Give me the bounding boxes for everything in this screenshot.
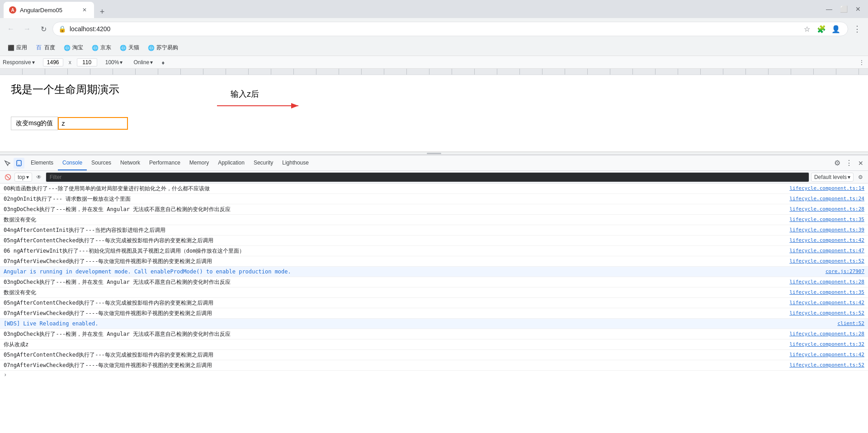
bookmark-baidu-label: 百度 bbox=[44, 44, 55, 52]
taobao-icon: 🌐 bbox=[63, 44, 71, 52]
tab-elements[interactable]: Elements bbox=[26, 155, 58, 170]
active-tab[interactable]: AngularDemo05 ✕ bbox=[4, 2, 94, 18]
reload-button[interactable]: ↻ bbox=[36, 22, 51, 36]
devtools-left-icons bbox=[2, 158, 24, 169]
tab-close-button[interactable]: ✕ bbox=[80, 6, 89, 14]
console-source[interactable]: lifecycle.component.ts:52 bbox=[780, 257, 864, 266]
tab-application[interactable]: Application bbox=[213, 155, 249, 170]
back-button[interactable]: ← bbox=[4, 22, 18, 36]
console-line-info: [WDS] Live Reloading enabled. client:52 bbox=[0, 319, 868, 329]
console-text: 00构造函数执行了---除了使用简单的值对局部变量进行初始化之外，什么都不应该做 bbox=[4, 184, 780, 193]
bookmark-tianmao-label: 天猫 bbox=[128, 44, 139, 52]
console-source[interactable]: lifecycle.component.ts:28 bbox=[780, 205, 864, 214]
console-eye-btn[interactable]: 👁 bbox=[34, 172, 44, 182]
console-source[interactable]: lifecycle.component.ts:42 bbox=[780, 298, 864, 307]
console-line: 07ngAfterViewChecked执行了----每次做完组件视图和子视图的… bbox=[0, 256, 868, 267]
msg-label: 改变msg的值 bbox=[11, 117, 58, 130]
network-label: Online bbox=[133, 59, 149, 66]
devtools-cursor-btn[interactable] bbox=[2, 158, 13, 169]
tab-network[interactable]: Network bbox=[116, 155, 145, 170]
url-bar[interactable]: 🔒 localhost:4200 ☆ 🧩 👤 bbox=[52, 22, 848, 36]
tab-console[interactable]: Console bbox=[58, 155, 87, 170]
bookmark-baidu[interactable]: 百 百度 bbox=[32, 42, 59, 53]
forward-button[interactable]: → bbox=[20, 22, 34, 36]
devtools-settings-btn[interactable]: ⚙ bbox=[832, 158, 843, 169]
console-stop-btn[interactable]: 🚫 bbox=[3, 172, 13, 182]
console-text: 04ngAfterContentInit执行了---当把内容投影进组件之后调用 bbox=[4, 226, 780, 235]
console-source[interactable]: core.js:27907 bbox=[816, 267, 864, 276]
zoom-select[interactable]: 100% ▾ bbox=[103, 58, 126, 66]
devtools-mobile-btn[interactable] bbox=[14, 158, 24, 169]
bookmarks-bar: ⬛ 应用 百 百度 🌐 淘宝 🌐 京东 🌐 天猫 🌐 苏宁易购 bbox=[0, 40, 868, 56]
console-source[interactable]: lifecycle.component.ts:28 bbox=[780, 278, 864, 287]
console-settings-btn[interactable]: ⚙ bbox=[855, 172, 865, 182]
console-source[interactable]: lifecycle.component.ts:42 bbox=[780, 350, 864, 359]
viewport-width-input[interactable] bbox=[43, 58, 63, 66]
new-tab-button[interactable]: + bbox=[96, 5, 108, 18]
responsive-mode-select[interactable]: Responsive ▾ bbox=[0, 58, 38, 66]
baidu-icon: 百 bbox=[35, 44, 42, 52]
tab-memory[interactable]: Memory bbox=[185, 155, 213, 170]
extension-button[interactable]: 🧩 bbox=[815, 23, 828, 35]
bookmark-suning-label: 苏宁易购 bbox=[156, 44, 178, 52]
bookmark-apps[interactable]: ⬛ 应用 bbox=[4, 42, 31, 53]
console-source[interactable]: lifecycle.component.ts:52 bbox=[780, 309, 864, 318]
context-dropdown-arrow: ▾ bbox=[26, 174, 29, 180]
console-filter-input[interactable] bbox=[46, 172, 809, 182]
console-output[interactable]: 00构造函数执行了---除了使用简单的值对局部变量进行初始化之外，什么都不应该做… bbox=[0, 184, 868, 433]
console-line: 00构造函数执行了---除了使用简单的值对局部变量进行初始化之外，什么都不应该做… bbox=[0, 184, 868, 194]
console-text: 03ngDoCheck执行了---检测，并在发生 Angular 无法或不愿意自… bbox=[4, 205, 780, 214]
network-select[interactable]: Online ▾ bbox=[131, 58, 156, 66]
apps-icon: ⬛ bbox=[7, 44, 14, 52]
bookmark-taobao[interactable]: 🌐 淘宝 bbox=[60, 42, 87, 53]
bookmark-suning[interactable]: 🌐 苏宁易购 bbox=[144, 42, 182, 53]
msg-input[interactable] bbox=[58, 117, 128, 130]
console-text: Angular is running in development mode. … bbox=[4, 267, 816, 276]
bookmark-jd[interactable]: 🌐 京东 bbox=[88, 42, 115, 53]
bookmark-tianmao[interactable]: 🌐 天猫 bbox=[116, 42, 143, 53]
console-source[interactable]: lifecycle.component.ts:32 bbox=[780, 340, 864, 349]
console-line: 03ngDoCheck执行了---检测，并在发生 Angular 无法或不愿意自… bbox=[0, 277, 868, 287]
console-line: 06 ngAfterViewInit执行了---初始化完组件视图及其子视图之后调… bbox=[0, 246, 868, 256]
url-bar-actions: ☆ 🧩 👤 bbox=[801, 23, 842, 35]
console-source[interactable]: lifecycle.component.ts:52 bbox=[780, 361, 864, 370]
console-source[interactable]: lifecycle.component.ts:28 bbox=[780, 329, 864, 339]
tab-favicon bbox=[9, 6, 16, 14]
tab-sources[interactable]: Sources bbox=[87, 155, 116, 170]
console-levels-select[interactable]: Default levels ▾ bbox=[811, 173, 854, 182]
tab-security[interactable]: Security bbox=[249, 155, 278, 170]
console-source[interactable]: lifecycle.component.ts:24 bbox=[780, 194, 864, 203]
tab-lighthouse[interactable]: Lighthouse bbox=[278, 155, 313, 170]
zoom-label: 100% bbox=[105, 59, 119, 66]
console-source[interactable]: lifecycle.component.ts:42 bbox=[780, 236, 864, 245]
annotation-text: 输入z后 bbox=[231, 89, 259, 99]
devtools-more-btn[interactable]: ⋮ bbox=[844, 158, 854, 169]
console-source[interactable]: lifecycle.component.ts:47 bbox=[780, 246, 864, 255]
account-button[interactable]: 👤 bbox=[830, 23, 842, 35]
jd-icon: 🌐 bbox=[91, 44, 99, 52]
star-button[interactable]: ☆ bbox=[801, 23, 813, 35]
console-source[interactable]: lifecycle.component.ts:14 bbox=[780, 184, 864, 193]
console-source[interactable]: lifecycle.component.ts:35 bbox=[780, 215, 864, 224]
diamond-icon[interactable]: ⬧ bbox=[161, 58, 165, 66]
close-button[interactable]: ✕ bbox=[852, 3, 864, 15]
suning-icon: 🌐 bbox=[147, 44, 155, 52]
bookmark-taobao-label: 淘宝 bbox=[72, 44, 83, 52]
responsive-mode-label: Responsive bbox=[3, 59, 31, 66]
maximize-button[interactable]: ⬜ bbox=[837, 3, 850, 15]
console-text: 06 ngAfterViewInit执行了---初始化完组件视图及其子视图之后调… bbox=[4, 246, 780, 255]
tab-performance[interactable]: Performance bbox=[145, 155, 185, 170]
console-source[interactable]: lifecycle.component.ts:35 bbox=[780, 288, 864, 297]
console-context-select[interactable]: top ▾ bbox=[14, 173, 32, 182]
console-line: 05ngAfterContentChecked执行了---每次完成被投影组件内容… bbox=[0, 298, 868, 308]
console-text: 07ngAfterViewChecked执行了----每次做完组件视图和子视图的… bbox=[4, 257, 780, 266]
minimize-button[interactable]: — bbox=[823, 3, 835, 15]
viewport-height-input[interactable] bbox=[77, 58, 97, 66]
console-source[interactable]: lifecycle.component.ts:39 bbox=[780, 226, 864, 235]
console-line: 02ngOnInit执行了--- 请求数据一般放在这个里面 lifecycle.… bbox=[0, 194, 868, 204]
page-area: 我是一个生命周期演示 输入z后 改变msg的值 bbox=[0, 75, 868, 152]
console-prompt[interactable]: › bbox=[0, 371, 868, 380]
console-source[interactable]: client:52 bbox=[828, 319, 864, 328]
devtools-close-btn[interactable]: ✕ bbox=[855, 158, 866, 169]
more-menu-button[interactable]: ⋮ bbox=[850, 22, 864, 36]
